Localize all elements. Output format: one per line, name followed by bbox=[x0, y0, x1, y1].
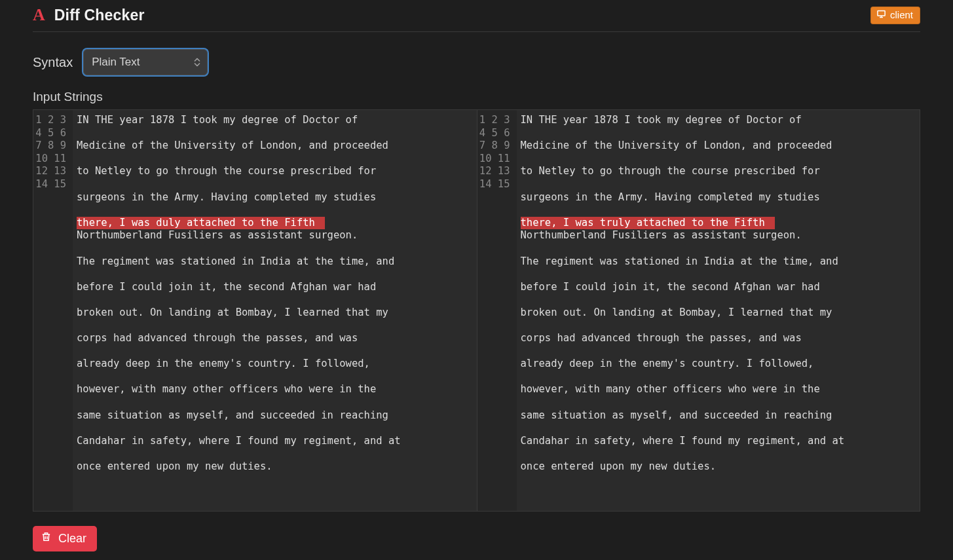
right-line-10: corps had advanced through the passes, a… bbox=[521, 332, 915, 345]
right-line-12: however, with many other officers who we… bbox=[521, 383, 915, 396]
left-line-14: Candahar in safety, where I found my reg… bbox=[77, 435, 472, 448]
right-line-8: before I could join it, the second Afgha… bbox=[521, 281, 915, 294]
client-badge-label: client bbox=[890, 9, 913, 20]
right-line-2: Medicine of the University of London, an… bbox=[521, 140, 915, 153]
right-line-9: broken out. On landing at Bombay, I lear… bbox=[521, 307, 915, 320]
left-line-15: once entered upon my new duties. bbox=[77, 460, 472, 474]
left-line-13: same situation as myself, and succeeded … bbox=[77, 409, 472, 422]
header-left: A Diff Checker bbox=[33, 5, 145, 25]
footer: Clear bbox=[33, 526, 920, 551]
left-line-8: before I could join it, the second Afgha… bbox=[77, 281, 472, 294]
right-line-11: already deep in the enemy's country. I f… bbox=[521, 358, 915, 371]
right-gutter: 1 2 3 4 5 6 7 8 9 10 11 12 13 14 15 bbox=[477, 110, 517, 511]
right-line-7: The regiment was stationed in India at t… bbox=[521, 255, 915, 269]
page-title: Diff Checker bbox=[54, 7, 145, 24]
right-line-6: Northumberland Fusiliers as assistant su… bbox=[521, 229, 915, 242]
left-line-2: Medicine of the University of London, an… bbox=[77, 140, 472, 153]
right-line-4: surgeons in the Army. Having completed m… bbox=[521, 191, 915, 204]
left-line-4: surgeons in the Army. Having completed m… bbox=[77, 191, 472, 204]
right-code-editor[interactable]: IN THE year 1878 I took my degree of Doc… bbox=[517, 110, 920, 511]
right-line-14: Candahar in safety, where I found my reg… bbox=[521, 435, 915, 448]
svg-rect-0 bbox=[878, 10, 885, 16]
left-line-1: IN THE year 1878 I took my degree of Doc… bbox=[77, 114, 472, 127]
app-logo: A bbox=[33, 5, 45, 25]
left-line-10: corps had advanced through the passes, a… bbox=[77, 332, 472, 345]
clear-button-label: Clear bbox=[58, 532, 86, 546]
left-gutter: 1 2 3 4 5 6 7 8 9 10 11 12 13 14 15 bbox=[33, 110, 73, 511]
right-pane: 1 2 3 4 5 6 7 8 9 10 11 12 13 14 15 IN T… bbox=[477, 110, 920, 511]
left-pane: 1 2 3 4 5 6 7 8 9 10 11 12 13 14 15 IN T… bbox=[33, 110, 477, 511]
monitor-icon bbox=[876, 9, 886, 21]
clear-button[interactable]: Clear bbox=[33, 526, 97, 551]
left-code-editor[interactable]: IN THE year 1878 I took my degree of Doc… bbox=[73, 110, 477, 511]
client-badge[interactable]: client bbox=[870, 7, 920, 24]
left-line-6: Northumberland Fusiliers as assistant su… bbox=[77, 229, 472, 242]
left-line-5: there, I was duly attached to the Fifth bbox=[77, 217, 325, 230]
syntax-select-value: Plain Text bbox=[92, 56, 140, 69]
right-line-1: IN THE year 1878 I took my degree of Doc… bbox=[521, 114, 915, 127]
diff-panes: 1 2 3 4 5 6 7 8 9 10 11 12 13 14 15 IN T… bbox=[33, 109, 920, 512]
syntax-label: Syntax bbox=[33, 55, 73, 70]
input-strings-label: Input Strings bbox=[33, 90, 920, 104]
chevron-updown-icon bbox=[194, 58, 200, 67]
header: A Diff Checker client bbox=[33, 4, 920, 32]
right-line-13: same situation as myself, and succeeded … bbox=[521, 409, 915, 422]
trash-icon bbox=[41, 531, 52, 546]
syntax-row: Syntax Plain Text bbox=[33, 49, 920, 75]
left-line-7: The regiment was stationed in India at t… bbox=[77, 255, 472, 269]
syntax-select[interactable]: Plain Text bbox=[83, 49, 208, 75]
right-line-3: to Netley to go through the course presc… bbox=[521, 165, 915, 178]
right-line-15: once entered upon my new duties. bbox=[521, 460, 915, 474]
left-line-3: to Netley to go through the course presc… bbox=[77, 165, 472, 178]
left-line-11: already deep in the enemy's country. I f… bbox=[77, 358, 472, 371]
left-line-12: however, with many other officers who we… bbox=[77, 383, 472, 396]
left-line-9: broken out. On landing at Bombay, I lear… bbox=[77, 307, 472, 320]
right-line-5: there, I was truly attached to the Fifth bbox=[521, 217, 775, 230]
